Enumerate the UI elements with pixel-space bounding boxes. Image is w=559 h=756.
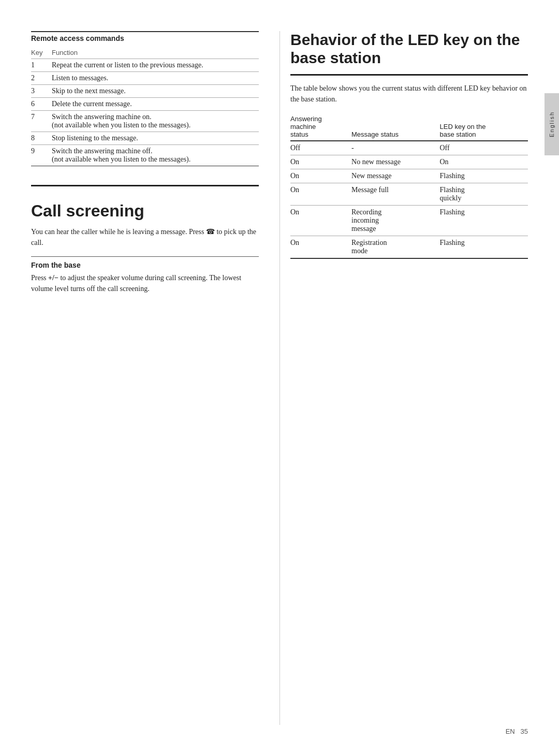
led-section: Behavior of the LED key on the base stat… — [290, 31, 528, 259]
led-row-message-2: New message — [351, 169, 439, 183]
led-col-message: Message status — [351, 113, 439, 141]
phone-icon: ☎ — [206, 226, 215, 237]
led-row-answering-1: On — [290, 155, 351, 169]
sidebar-tab-label: English — [549, 111, 555, 137]
commands-table: Key Function 1Repeat the current or list… — [31, 47, 259, 166]
led-intro: The table below shows you the current st… — [290, 83, 528, 105]
call-screening-title: Call screening — [31, 202, 259, 220]
call-screening-body: You can hear the caller while he is leav… — [31, 226, 259, 248]
command-key-3: 6 — [31, 98, 52, 111]
led-row-message-3: Message full — [351, 183, 439, 206]
led-row-message-4: Recordingincomingmessage — [351, 206, 439, 236]
right-column: Behavior of the LED key on the base stat… — [280, 31, 528, 725]
page-number: EN 35 — [506, 728, 528, 735]
from-the-base-body: Press +/− to adjust the speaker volume d… — [31, 272, 259, 294]
col-header-function: Function — [52, 47, 259, 59]
led-col-answering: Answeringmachinestatus — [290, 113, 351, 141]
call-screening-section: Call screening You can hear the caller w… — [31, 185, 259, 294]
left-column: Remote access commands Key Function 1Rep… — [31, 31, 280, 725]
page-num: 35 — [521, 728, 528, 735]
led-row-led-5: Flashing — [440, 236, 528, 259]
remote-access-section: Remote access commands Key Function 1Rep… — [31, 31, 259, 166]
command-key-1: 2 — [31, 72, 52, 85]
led-row-answering-2: On — [290, 169, 351, 183]
command-function-6: Switch the answering machine off.(not av… — [52, 145, 259, 166]
page-container: Remote access commands Key Function 1Rep… — [0, 0, 559, 756]
command-key-5: 8 — [31, 132, 52, 145]
led-row-led-4: Flashing — [440, 206, 528, 236]
led-table: Answeringmachinestatus Message status LE… — [290, 113, 528, 259]
led-col-led: LED key on thebase station — [440, 113, 528, 141]
led-row-led-0: Off — [440, 141, 528, 155]
command-key-6: 9 — [31, 145, 52, 166]
remote-access-title: Remote access commands — [31, 34, 259, 42]
command-function-0: Repeat the current or listen to the prev… — [52, 59, 259, 72]
command-function-2: Skip to the next message. — [52, 85, 259, 98]
led-row-led-1: On — [440, 155, 528, 169]
command-key-4: 7 — [31, 111, 52, 132]
led-title: Behavior of the LED key on the base stat… — [290, 31, 528, 67]
command-function-5: Stop listening to the message. — [52, 132, 259, 145]
command-function-4: Switch the answering machine on.(not ava… — [52, 111, 259, 132]
col-header-key: Key — [31, 47, 52, 59]
led-row-led-3: Flashingquickly — [440, 183, 528, 206]
led-row-answering-4: On — [290, 206, 351, 236]
led-row-message-1: No new message — [351, 155, 439, 169]
led-row-message-5: Registrationmode — [351, 236, 439, 259]
led-row-message-0: - — [351, 141, 439, 155]
led-row-answering-3: On — [290, 183, 351, 206]
lang-code: EN — [506, 728, 515, 735]
led-row-answering-0: Off — [290, 141, 351, 155]
led-row-led-2: Flashing — [440, 169, 528, 183]
command-function-3: Delete the current message. — [52, 98, 259, 111]
command-key-0: 1 — [31, 59, 52, 72]
command-function-1: Listen to messages. — [52, 72, 259, 85]
sidebar-tab: English — [545, 93, 559, 155]
led-row-answering-5: On — [290, 236, 351, 259]
from-the-base-title: From the base — [31, 261, 259, 269]
command-key-2: 3 — [31, 85, 52, 98]
